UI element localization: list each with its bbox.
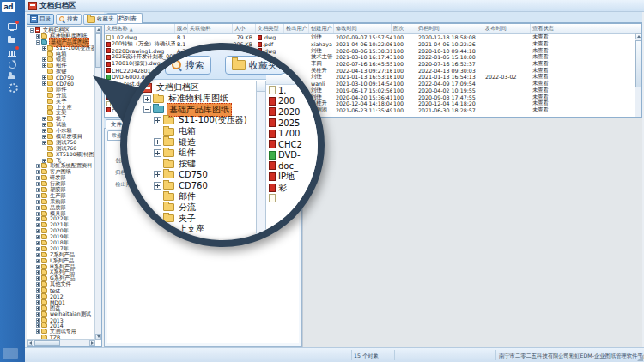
expander-minus-icon[interactable]	[36, 40, 40, 45]
column-header-9[interactable]: 归档时间	[416, 24, 483, 33]
tree-item[interactable]: weihaitaian测试	[28, 311, 94, 317]
expander-plus-icon[interactable]	[42, 123, 46, 127]
expander-plus-icon[interactable]	[42, 57, 46, 62]
magnifier-file-row[interactable]: 2025	[269, 118, 302, 129]
expander-plus-icon[interactable]	[36, 229, 40, 233]
magnifier-file-row[interactable]: 1.	[269, 85, 302, 96]
expander-plus-icon[interactable]	[42, 129, 46, 133]
list-vertical-scrollbar[interactable]	[635, 33, 641, 117]
expander-plus-icon[interactable]	[154, 171, 161, 178]
column-header-10[interactable]: 发布时间	[483, 24, 531, 33]
expander-plus-icon[interactable]	[36, 300, 40, 305]
expander-plus-icon[interactable]	[36, 282, 40, 287]
expander-plus-icon[interactable]	[143, 95, 151, 103]
tree-item[interactable]: 文档归档区	[131, 82, 255, 94]
expander-plus-icon[interactable]	[36, 182, 40, 186]
expander-plus-icon[interactable]	[36, 223, 40, 227]
expander-plus-icon[interactable]	[36, 247, 40, 251]
column-header-3[interactable]: 大小	[233, 24, 256, 33]
expander-plus-icon[interactable]	[36, 312, 40, 317]
expander-plus-icon[interactable]	[42, 63, 46, 68]
expander-plus-icon[interactable]	[36, 194, 40, 198]
expander-plus-icon[interactable]	[36, 329, 40, 334]
column-header-7[interactable]: 修改时间	[334, 24, 392, 33]
tree-item[interactable]: 电箱	[131, 126, 255, 137]
sync-icon[interactable]	[8, 60, 17, 69]
expander-plus-icon[interactable]	[154, 117, 161, 124]
tree-item[interactable]: 文测试专用	[28, 329, 94, 335]
users-icon[interactable]	[8, 71, 17, 81]
expander-plus-icon[interactable]	[36, 270, 40, 275]
tree-item[interactable]: 组件	[131, 148, 255, 159]
expander-plus-icon[interactable]	[36, 188, 40, 192]
tree-item[interactable]: 2012	[28, 293, 94, 299]
magnifier-file-row[interactable]: CHC2	[269, 139, 302, 150]
magnifier-file-row[interactable]: 2020	[269, 106, 302, 118]
expander-minus-icon[interactable]	[30, 28, 34, 33]
column-header-11[interactable]: 查看状态	[531, 24, 623, 33]
expander-plus-icon[interactable]	[42, 141, 46, 145]
expander-plus-icon[interactable]	[36, 318, 40, 323]
tree-item[interactable]: 锻造	[131, 136, 255, 148]
tree-item[interactable]: CD760	[131, 180, 255, 191]
expander-plus-icon[interactable]	[36, 323, 40, 328]
magnifier-tab-收藏夹[interactable]: 收藏夹	[225, 56, 284, 75]
magnifier-file-row[interactable]: IP地	[269, 172, 302, 183]
sidebar-bottom-tile-icon[interactable]	[3, 348, 18, 359]
expander-plus-icon[interactable]	[154, 182, 161, 190]
expander-plus-icon[interactable]	[36, 253, 40, 257]
magnifier-scrollbar[interactable]	[256, 81, 266, 244]
magnifier-file-row[interactable]: DVD-	[269, 150, 302, 161]
expander-plus-icon[interactable]	[36, 176, 40, 180]
column-header-2[interactable]: 关联物料	[188, 24, 233, 33]
tree-item[interactable]: CD750	[28, 75, 94, 81]
expander-plus-icon[interactable]	[36, 170, 40, 174]
tree-item[interactable]: 按键	[131, 159, 255, 170]
chart-icon[interactable]	[8, 48, 17, 57]
expander-plus-icon[interactable]	[36, 241, 40, 245]
tree-item[interactable]: MD01	[28, 299, 94, 305]
expander-plus-icon[interactable]	[42, 81, 46, 86]
expander-plus-icon[interactable]	[36, 164, 40, 168]
tree-item[interactable]: 分流	[131, 202, 255, 214]
column-header-6[interactable]: 创建用户	[309, 24, 334, 33]
magnifier-file-row[interactable]: doc_	[269, 160, 302, 172]
monitor-icon[interactable]	[8, 22, 17, 32]
tree-item[interactable]: S11-100(变压器)	[131, 115, 255, 126]
expander-plus-icon[interactable]	[36, 235, 40, 239]
tree-horizontal-scrollbar[interactable]	[27, 339, 95, 346]
tree-item[interactable]: 其他文件	[28, 281, 94, 287]
tree-tab-目录[interactable]: 目录	[27, 14, 54, 25]
expander-plus-icon[interactable]	[154, 149, 161, 157]
expander-plus-icon[interactable]	[36, 265, 40, 269]
magnifier-file-row[interactable]: 1700	[269, 128, 302, 139]
folder2-icon[interactable]	[8, 36, 17, 45]
column-header-1[interactable]: 版本	[175, 24, 188, 33]
tree-item[interactable]: 部件	[131, 191, 255, 202]
expander-plus-icon[interactable]	[36, 206, 40, 210]
expander-plus-icon[interactable]	[36, 288, 40, 293]
resize-grip[interactable]	[637, 355, 643, 361]
column-header-0[interactable]: 文档名称▲	[105, 24, 175, 33]
tree-item[interactable]: 基础产品库图纸	[131, 104, 255, 115]
column-header-5[interactable]: 检出用户	[284, 24, 309, 33]
expander-plus-icon[interactable]	[36, 200, 40, 204]
expander-plus-icon[interactable]	[42, 117, 46, 121]
expander-plus-icon[interactable]	[36, 306, 40, 311]
expander-plus-icon[interactable]	[42, 46, 46, 51]
expander-plus-icon[interactable]	[36, 34, 40, 39]
tree-item[interactable]: 按键	[28, 69, 94, 75]
expander-plus-icon[interactable]	[154, 138, 161, 146]
tree-item[interactable]: CD750	[131, 170, 255, 181]
gear-icon[interactable]	[8, 82, 17, 92]
tree-vertical-scrollbar[interactable]	[94, 27, 101, 340]
expander-plus-icon[interactable]	[36, 294, 40, 299]
expander-plus-icon[interactable]	[36, 217, 40, 221]
expander-plus-icon[interactable]	[36, 259, 40, 263]
expander-minus-icon[interactable]	[143, 106, 151, 113]
tree-tab-搜索[interactable]: 搜索	[56, 14, 82, 25]
expander-plus-icon[interactable]	[36, 212, 40, 216]
column-header-8[interactable]: 图次	[392, 24, 416, 33]
magnifier-file-row[interactable]: 彩	[269, 182, 302, 193]
tree-tab-收藏夹[interactable]: 收藏夹	[83, 14, 118, 25]
